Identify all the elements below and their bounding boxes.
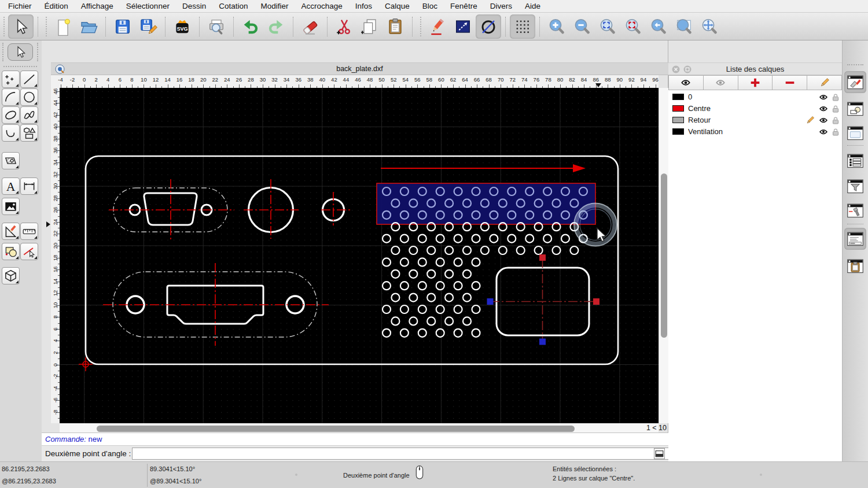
- save-as-button[interactable]: [135, 14, 161, 39]
- menu-aide[interactable]: Aide: [525, 2, 540, 10]
- tool-select-line-button[interactable]: [20, 243, 38, 260]
- panel-clipboard-button[interactable]: [844, 255, 866, 277]
- hide-all-layers-button[interactable]: [704, 75, 738, 90]
- remove-layer-button[interactable]: [773, 75, 807, 90]
- tool-circle-button[interactable]: [20, 88, 38, 106]
- panel-command-button[interactable]: [844, 228, 866, 250]
- panel-layers-button[interactable]: [844, 71, 866, 93]
- zoom-in-button[interactable]: [544, 14, 569, 39]
- layer-color-swatch[interactable]: [672, 117, 684, 123]
- menu-bloc[interactable]: Bloc: [422, 2, 437, 10]
- panel-filter-button[interactable]: [844, 175, 866, 197]
- document-title: back_plate.dxf: [51, 65, 668, 73]
- menu-cotation[interactable]: Cotation: [219, 2, 248, 10]
- save-button[interactable]: [110, 14, 135, 39]
- paste-button[interactable]: [382, 14, 408, 39]
- layer-lock-icon[interactable]: [832, 93, 840, 101]
- horizontal-scrollbar-thumb[interactable]: [97, 426, 575, 432]
- command-input[interactable]: [132, 448, 692, 460]
- edit-layer-button[interactable]: [807, 75, 842, 90]
- select-tool-button[interactable]: [8, 14, 34, 39]
- drawing-canvas[interactable]: [60, 88, 659, 423]
- undo-button[interactable]: [238, 14, 263, 39]
- menu-divers[interactable]: Divers: [490, 2, 512, 10]
- draw-mode-button[interactable]: [425, 14, 450, 39]
- panel-properties-button[interactable]: [844, 150, 866, 172]
- zoom-pan-button[interactable]: [697, 14, 722, 39]
- open-file-button[interactable]: [76, 14, 101, 39]
- ruler-label: 44: [343, 76, 350, 83]
- tool-image-button[interactable]: [2, 198, 20, 215]
- layer-lock-icon[interactable]: [832, 128, 840, 136]
- zoom-in-icon: [547, 17, 566, 36]
- cut-icon: [335, 17, 354, 36]
- layer-visibility-icon[interactable]: [819, 127, 828, 136]
- tool-line-button[interactable]: [20, 71, 38, 88]
- layer-visibility-icon[interactable]: [819, 104, 828, 113]
- menu-fichier[interactable]: Fichier: [8, 2, 32, 10]
- menu-accrochage[interactable]: Accrochage: [301, 2, 342, 10]
- zoom-previous-button[interactable]: [646, 14, 671, 39]
- toolbar-separator: [233, 17, 234, 36]
- command-options-button[interactable]: [654, 448, 665, 459]
- layer-row-0[interactable]: 0: [668, 91, 842, 103]
- tool-shapes-button[interactable]: [20, 124, 38, 142]
- tool-ellipse-button[interactable]: [2, 106, 20, 124]
- show-all-layers-button[interactable]: [668, 75, 704, 90]
- restrict-mode-button[interactable]: [476, 14, 501, 39]
- copy-button[interactable]: [357, 14, 382, 39]
- svg-export-button[interactable]: SVG: [170, 14, 195, 39]
- tool-arc-button[interactable]: [2, 88, 20, 106]
- vertical-scrollbar[interactable]: [659, 88, 668, 423]
- panel-inspect-button[interactable]: [844, 199, 866, 221]
- tool-construction-button[interactable]: [2, 223, 20, 240]
- zoom-auto-button[interactable]: [595, 14, 620, 39]
- menu-fenetre[interactable]: Fenêtre: [450, 2, 477, 10]
- layer-lock-icon[interactable]: [832, 105, 840, 113]
- layer-row-centre[interactable]: Centre: [668, 103, 842, 114]
- add-layer-button[interactable]: [738, 75, 773, 90]
- delete-button[interactable]: [297, 14, 323, 39]
- print-preview-button[interactable]: [204, 14, 229, 39]
- zoom-selection-button[interactable]: [620, 14, 646, 39]
- cut-button[interactable]: [332, 14, 357, 39]
- menu-dessin[interactable]: Dessin: [182, 2, 206, 10]
- vertical-scrollbar-thumb[interactable]: [661, 173, 667, 338]
- menu-affichage[interactable]: Affichage: [81, 2, 113, 10]
- layer-color-swatch[interactable]: [672, 128, 684, 135]
- menu-infos[interactable]: Infos: [355, 2, 372, 10]
- layer-row-ventilation[interactable]: Ventilation: [668, 126, 842, 138]
- tool-measure-button[interactable]: [20, 223, 38, 240]
- submenu-corner: [16, 138, 19, 141]
- layer-visibility-icon[interactable]: [819, 93, 828, 102]
- grid-toggle-button[interactable]: [510, 14, 535, 39]
- zoom-window-button[interactable]: [671, 14, 697, 39]
- layer-row-retour[interactable]: Retour: [668, 114, 842, 126]
- tool-box3d-button[interactable]: [2, 267, 20, 284]
- selection-tool-button[interactable]: [8, 43, 33, 61]
- redo-button[interactable]: [263, 14, 289, 39]
- dock-top-area: [668, 40, 842, 62]
- ortho-mode-button[interactable]: [450, 14, 476, 39]
- menu-calque[interactable]: Calque: [385, 2, 410, 10]
- menu-modifier[interactable]: Modifier: [260, 2, 288, 10]
- menu-edition[interactable]: Édition: [45, 2, 68, 10]
- layer-color-swatch[interactable]: [672, 94, 684, 100]
- layer-color-swatch[interactable]: [672, 105, 684, 112]
- tool-text-button[interactable]: A: [2, 178, 20, 195]
- layer-lock-icon[interactable]: [832, 116, 840, 124]
- pencil-draw-icon: [428, 17, 447, 36]
- tool-dimension-button[interactable]: [20, 178, 38, 195]
- tool-hatch-button[interactable]: [2, 152, 20, 169]
- document-tab-bar[interactable]: back_plate.dxf: [51, 62, 668, 75]
- panel-library-button[interactable]: [844, 122, 866, 144]
- layer-visibility-icon[interactable]: [819, 116, 828, 125]
- tool-points-button[interactable]: [2, 71, 20, 88]
- zoom-out-button[interactable]: [569, 14, 595, 39]
- new-file-button[interactable]: [50, 14, 76, 39]
- tool-modify-button[interactable]: [2, 243, 20, 260]
- panel-blocks-button[interactable]: [844, 98, 866, 120]
- tool-spline-button[interactable]: [20, 106, 38, 124]
- menu-selectionner[interactable]: Sélectionner: [126, 2, 170, 10]
- tool-polyline-button[interactable]: [2, 124, 20, 142]
